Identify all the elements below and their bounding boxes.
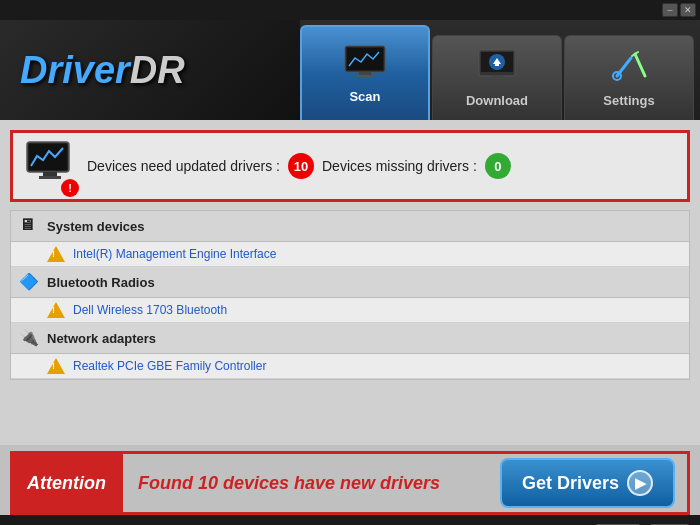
warning-badge: ! <box>61 179 79 197</box>
get-drivers-button[interactable]: Get Drivers ▶ <box>500 458 675 508</box>
svg-rect-3 <box>355 75 375 77</box>
scan-tab-icon <box>343 44 387 85</box>
nav-tabs: Scan Download <box>300 20 700 120</box>
tab-download-label: Download <box>466 93 528 108</box>
logo-dr-text: DR <box>130 49 185 91</box>
devices-missing-label: Devices missing drivers : <box>322 158 477 174</box>
list-item[interactable]: Dell Wireless 1703 802.11b/g/n (2.4GHz) <box>11 379 689 380</box>
list-item[interactable]: Dell Wireless 1703 Bluetooth <box>11 298 689 323</box>
content-area: ! Devices need updated drivers : 10 Devi… <box>0 120 700 445</box>
action-panel: Attention Found 10 devices have new driv… <box>10 451 690 515</box>
arrow-circle-icon: ▶ <box>627 470 653 496</box>
bluetooth-icon: 🔷 <box>19 272 39 292</box>
warning-icon <box>47 246 65 262</box>
device-list[interactable]: 🖥 System devices Intel(R) Management Eng… <box>10 210 690 380</box>
minimize-button[interactable]: – <box>662 3 678 17</box>
list-item[interactable]: Intel(R) Management Engine Interface <box>11 242 689 267</box>
tab-scan[interactable]: Scan <box>300 25 430 120</box>
status-text: Devices need updated drivers : 10 Device… <box>87 153 511 179</box>
settings-tab-icon <box>607 48 651 89</box>
attention-message: Found 10 devices have new drivers <box>123 473 500 494</box>
system-icon: 🖥 <box>19 216 39 236</box>
list-item[interactable]: Realtek PCIe GBE Family Controller <box>11 354 689 379</box>
status-monitor-icon: ! <box>25 140 75 193</box>
svg-rect-14 <box>29 144 67 170</box>
category-bluetooth: 🔷 Bluetooth Radios <box>11 267 689 298</box>
update-count-badge: 10 <box>288 153 314 179</box>
category-system: 🖥 System devices <box>11 211 689 242</box>
main-container: DriverDR Scan <box>0 20 700 525</box>
tab-settings-label: Settings <box>603 93 654 108</box>
category-network: 🔌 Network adapters <box>11 323 689 354</box>
category-network-label: Network adapters <box>47 331 156 346</box>
device-name: Realtek PCIe GBE Family Controller <box>73 359 266 373</box>
close-button[interactable]: ✕ <box>680 3 696 17</box>
footer: Scan Devices » Review new drivers » Inst… <box>0 515 700 525</box>
get-drivers-label: Get Drivers <box>522 473 619 494</box>
svg-line-11 <box>635 54 645 76</box>
action-bar-wrapper: Attention Found 10 devices have new driv… <box>0 445 700 515</box>
tab-download[interactable]: Download <box>432 35 562 120</box>
status-panel: ! Devices need updated drivers : 10 Devi… <box>10 130 690 202</box>
devices-update-label: Devices need updated drivers : <box>87 158 280 174</box>
app-logo: DriverDR <box>20 49 185 92</box>
download-tab-icon <box>475 48 519 89</box>
category-system-label: System devices <box>47 219 145 234</box>
svg-rect-2 <box>359 72 371 75</box>
svg-rect-16 <box>39 176 61 179</box>
device-name: Dell Wireless 1703 Bluetooth <box>73 303 227 317</box>
tab-settings[interactable]: Settings <box>564 35 694 120</box>
svg-rect-1 <box>347 48 383 70</box>
title-bar: – ✕ <box>0 0 700 20</box>
device-name: Intel(R) Management Engine Interface <box>73 247 276 261</box>
header: DriverDR Scan <box>0 20 700 120</box>
logo-driver-text: Driver <box>20 49 130 91</box>
tab-scan-label: Scan <box>349 89 380 104</box>
network-icon: 🔌 <box>19 328 39 348</box>
svg-rect-8 <box>491 76 503 79</box>
category-bluetooth-label: Bluetooth Radios <box>47 275 155 290</box>
logo-area: DriverDR <box>0 20 300 120</box>
svg-rect-15 <box>43 172 57 176</box>
attention-label: Attention <box>13 454 123 512</box>
warning-icon <box>47 358 65 374</box>
warning-icon <box>47 302 65 318</box>
missing-count-badge: 0 <box>485 153 511 179</box>
